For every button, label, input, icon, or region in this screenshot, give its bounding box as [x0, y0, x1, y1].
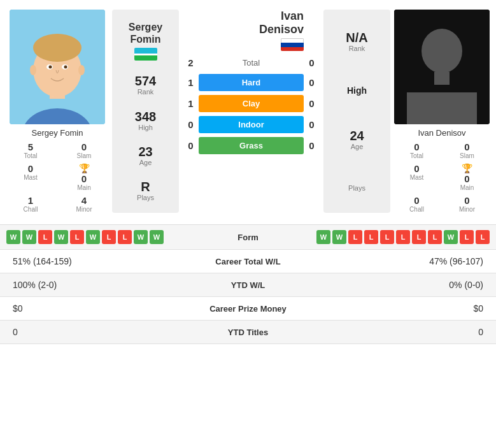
- stats-center-label: YTD Titles: [185, 328, 312, 337]
- right-main-label: Main: [460, 184, 474, 191]
- right-high-item: High: [347, 83, 367, 98]
- right-main-cell: 🏆 0 Main: [444, 163, 490, 191]
- left-slam-label: Slam: [77, 152, 92, 159]
- form-badge-right: L: [460, 230, 474, 244]
- rank-label: Rank: [138, 88, 154, 96]
- svg-rect-15: [434, 72, 450, 85]
- grass-score-left: 0: [183, 140, 199, 151]
- age-item: 23 Age: [138, 142, 152, 169]
- left-total-label: Total: [24, 152, 37, 159]
- total-label: Total: [243, 58, 260, 68]
- stats-center-label: Career Prize Money: [185, 304, 312, 314]
- bottom-section: WWLWLWLLWW Form WWLLLLLLWLL 51% (164-159…: [0, 224, 496, 344]
- indoor-score-row: 0 Indoor 0: [183, 116, 320, 133]
- hard-score-left: 1: [183, 77, 199, 88]
- form-badge-right: L: [412, 230, 426, 244]
- form-label: Form: [216, 233, 280, 242]
- form-badge-right: L: [380, 230, 394, 244]
- form-badge-left: W: [150, 230, 164, 244]
- grass-score-row: 0 Grass 0: [183, 137, 320, 154]
- flag-ru: [281, 38, 304, 51]
- left-main-value: 0: [81, 173, 87, 184]
- form-badge-left: L: [102, 230, 116, 244]
- form-badge-right: L: [364, 230, 378, 244]
- right-plays-item: Plays: [348, 182, 365, 194]
- left-mast-value: 0: [28, 163, 33, 174]
- svg-point-7: [49, 66, 52, 69]
- stats-row: 51% (164-159)Career Total W/L47% (96-107…: [0, 250, 496, 273]
- right-rank-item: N/A Rank: [346, 28, 367, 55]
- right-chall-cell: 0 Chall: [394, 195, 439, 213]
- stats-row: $0Career Prize Money$0: [0, 297, 496, 321]
- right-player-column: Ivan Denisov 0 Total 0 Slam 0 Mast 🏆 0: [394, 10, 490, 213]
- right-player-stats: 0 Total 0 Slam 0 Mast 🏆 0 Main 0: [394, 141, 490, 213]
- left-mast-cell: 0 Mast: [6, 163, 55, 191]
- age-label: Age: [139, 159, 152, 166]
- right-player-name: Ivan Denisov: [418, 128, 465, 138]
- flag-uz: [134, 48, 157, 61]
- right-rank-label: Rank: [349, 45, 365, 52]
- form-badge-left: W: [134, 230, 148, 244]
- right-age-item: 24 Age: [350, 126, 364, 153]
- form-badge-left: W: [86, 230, 100, 244]
- hard-score-row: 1 Hard 0: [183, 74, 320, 91]
- clay-badge: Clay: [199, 95, 304, 112]
- left-main-cell: 🏆 0 Main: [60, 163, 108, 191]
- high-item: 348 High: [135, 107, 156, 134]
- trophy-icon-left: 🏆: [79, 163, 90, 173]
- right-rank-value: N/A: [346, 31, 367, 45]
- form-left: WWLWLWLLWW: [6, 230, 216, 244]
- right-mast-cell: 0 Mast: [394, 163, 439, 191]
- top-section: Sergey Fomin 5 Total 0 Slam 0 Mast 🏆 0: [0, 0, 496, 219]
- clay-score-row: 1 Clay 0: [183, 95, 320, 112]
- stats-center-label: Career Total W/L: [185, 257, 312, 266]
- left-main-label: Main: [77, 184, 91, 191]
- left-flag: [134, 48, 157, 61]
- right-slam-cell: 0 Slam: [444, 141, 490, 159]
- right-age-value: 24: [350, 129, 364, 143]
- plays-label: Plays: [137, 194, 154, 201]
- player-names-top: Ivan Denisov: [183, 10, 320, 51]
- stats-right-value: 0% (0-0): [312, 280, 484, 290]
- stats-right-value: 47% (96-107): [312, 256, 484, 266]
- left-chall-cell: 1 Chall: [6, 195, 55, 213]
- stats-left-value: 51% (164-159): [13, 256, 185, 266]
- right-player-photo: [394, 10, 490, 124]
- form-row: WWLWLWLLWW Form WWLLLLLLWLL: [0, 225, 496, 250]
- form-badge-right: W: [316, 230, 330, 244]
- right-minor-cell: 0 Minor: [444, 195, 490, 213]
- indoor-score-left: 0: [183, 119, 199, 130]
- right-stats-block: N/A Rank High 24 Age Plays: [323, 10, 390, 213]
- left-player-name-center: Sergey Fomin: [129, 18, 162, 63]
- indoor-score-right: 0: [304, 119, 320, 130]
- center-stats-block: Sergey Fomin 574 Rank 348 High: [112, 10, 179, 213]
- form-right: WWLLLLLLWLL: [280, 230, 490, 244]
- right-mast-label: Mast: [410, 174, 424, 181]
- right-chall-value: 0: [414, 195, 419, 206]
- left-chall-value: 1: [28, 195, 33, 206]
- grass-badge: Grass: [199, 137, 304, 154]
- right-total-value: 0: [414, 141, 419, 152]
- right-chall-label: Chall: [409, 206, 424, 213]
- form-badge-right: L: [348, 230, 362, 244]
- left-slam-cell: 0 Slam: [60, 141, 108, 159]
- hard-badge: Hard: [199, 74, 304, 91]
- right-player-name-top: Ivan Denisov: [259, 10, 304, 36]
- plays-value: R: [141, 180, 150, 194]
- age-value: 23: [138, 145, 152, 159]
- form-badge-right: L: [476, 230, 490, 244]
- right-minor-value: 0: [464, 195, 469, 206]
- svg-point-8: [64, 66, 67, 69]
- left-name-top: Sergey: [129, 21, 162, 33]
- right-flag: [252, 38, 304, 51]
- right-plays-label: Plays: [348, 184, 365, 192]
- left-total-value: 5: [28, 141, 33, 152]
- high-label: High: [138, 124, 153, 131]
- total-score-row: 2 Total 0: [183, 57, 320, 68]
- left-minor-cell: 4 Minor: [60, 195, 108, 213]
- left-player-name: Sergey Fomin: [32, 128, 83, 138]
- stats-row: 0YTD Titles0: [0, 321, 496, 344]
- form-badge-left: W: [6, 230, 20, 244]
- left-minor-value: 4: [81, 195, 87, 206]
- left-player-photo: [10, 10, 105, 124]
